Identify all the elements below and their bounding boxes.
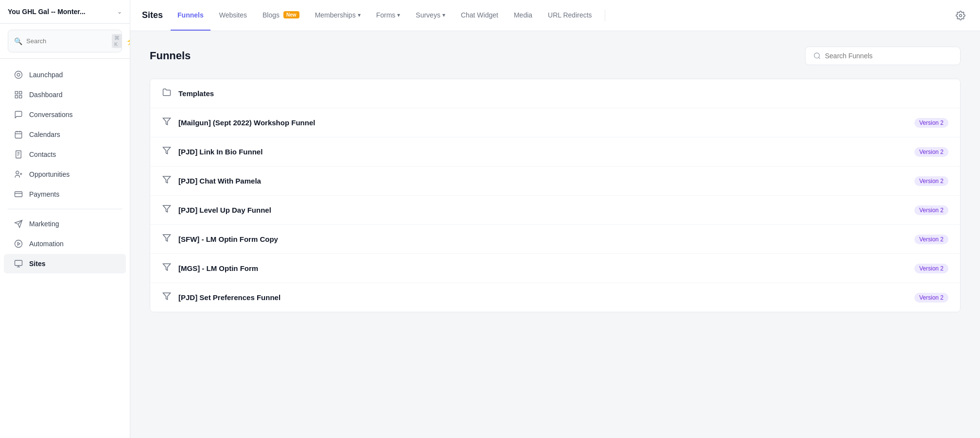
chevron-down-icon: ▾ <box>442 12 445 18</box>
sidebar-item-opportunities[interactable]: Opportunities <box>4 165 126 184</box>
chevron-down-icon: ▾ <box>397 12 400 18</box>
launchpad-icon <box>14 70 23 80</box>
tab-blogs-label: Blogs <box>262 11 280 19</box>
tab-memberships[interactable]: Memberships ▾ <box>308 0 368 31</box>
top-nav: Sites Funnels Websites Blogs New Members… <box>130 0 980 31</box>
version-badge: Version 2 <box>914 235 948 244</box>
sidebar-search-area: 🔍 ⌘ K ⚡ <box>0 24 130 59</box>
funnel-icon <box>162 146 172 157</box>
tab-forms[interactable]: Forms ▾ <box>369 0 407 31</box>
sidebar-item-calendars[interactable]: Calendars <box>4 125 126 144</box>
funnel-item-mgs-lm-optin[interactable]: [MGS] - LM Optin Form Version 2 <box>150 254 960 283</box>
tab-memberships-label: Memberships <box>315 11 356 19</box>
content-header: Funnels <box>150 47 961 65</box>
tab-forms-label: Forms <box>376 11 396 19</box>
sidebar-item-label: Calendars <box>29 131 60 138</box>
lightning-icon: ⚡ <box>126 36 130 46</box>
sidebar-item-payments[interactable]: Payments <box>4 185 126 204</box>
sidebar-item-label: Automation <box>29 240 64 248</box>
funnel-item-name: [PJD] Set Preferences Funnel <box>178 293 909 302</box>
funnel-item-templates[interactable]: Templates <box>150 79 960 108</box>
tab-url-redirects-label: URL Redirects <box>548 11 592 19</box>
main-content: Sites Funnels Websites Blogs New Members… <box>130 0 980 438</box>
sidebar-item-label: Sites <box>29 260 45 268</box>
funnel-item-name: Templates <box>178 89 948 98</box>
funnel-icon <box>162 204 172 216</box>
svg-marker-30 <box>163 176 171 183</box>
sidebar-item-label: Dashboard <box>29 91 63 99</box>
search-funnels-box[interactable] <box>805 47 961 65</box>
funnel-item-name: [MGS] - LM Optin Form <box>178 264 909 272</box>
funnel-icon <box>162 234 172 245</box>
tab-chat-widget[interactable]: Chat Widget <box>454 0 505 31</box>
new-badge: New <box>283 11 299 18</box>
svg-point-0 <box>15 71 22 79</box>
funnel-item-pjd-set-preferences[interactable]: [PJD] Set Preferences Funnel Version 2 <box>150 283 960 312</box>
sidebar-item-contacts[interactable]: Contacts <box>4 145 126 164</box>
search-box[interactable]: 🔍 ⌘ K ⚡ <box>8 30 122 52</box>
svg-marker-33 <box>163 264 171 270</box>
sidebar-item-launchpad[interactable]: Launchpad <box>4 65 126 84</box>
svg-line-27 <box>819 57 820 59</box>
brand-label: Sites <box>142 10 163 20</box>
sidebar-item-label: Payments <box>29 190 59 198</box>
funnel-item-name: [PJD] Link In Bio Funnel <box>178 148 909 156</box>
svg-rect-2 <box>19 91 22 94</box>
svg-rect-4 <box>19 96 22 98</box>
version-badge: Version 2 <box>914 176 948 186</box>
account-switcher[interactable]: You GHL Gal -- Monter... ⌄ <box>0 0 130 24</box>
sidebar-item-marketing[interactable]: Marketing <box>4 214 126 234</box>
nav-divider <box>8 209 122 209</box>
chevron-down-icon: ⌄ <box>117 8 122 15</box>
sidebar-nav: Launchpad Dashboard Conversations Calend… <box>0 59 130 438</box>
funnel-item-pjd-link-bio[interactable]: [PJD] Link In Bio Funnel Version 2 <box>150 137 960 167</box>
funnel-item-pjd-chat-pamela[interactable]: [PJD] Chat With Pamela Version 2 <box>150 167 960 196</box>
sidebar-item-label: Conversations <box>29 111 73 118</box>
payments-icon <box>14 189 23 199</box>
chevron-down-icon: ▾ <box>358 12 361 18</box>
funnel-item-mailgun[interactable]: [Mailgun] (Sept 2022) Workshop Funnel Ve… <box>150 108 960 137</box>
svg-marker-32 <box>163 235 171 241</box>
search-input[interactable] <box>26 37 108 45</box>
sidebar-item-label: Opportunities <box>29 170 70 178</box>
dashboard-icon <box>14 90 23 100</box>
sidebar-item-dashboard[interactable]: Dashboard <box>4 85 126 104</box>
sidebar-item-label: Launchpad <box>29 71 63 79</box>
tab-blogs[interactable]: Blogs New <box>256 0 306 31</box>
tab-surveys-label: Surveys <box>416 11 440 19</box>
tab-websites[interactable]: Websites <box>212 0 254 31</box>
funnel-item-pjd-level-up[interactable]: [PJD] Level Up Day Funnel Version 2 <box>150 196 960 225</box>
automation-icon <box>14 239 23 249</box>
content-area: Funnels Templates <box>130 31 980 438</box>
search-funnels-input[interactable] <box>825 52 952 60</box>
folder-icon <box>162 88 172 99</box>
version-badge: Version 2 <box>914 118 948 128</box>
sidebar-item-sites[interactable]: Sites <box>4 254 126 273</box>
funnel-item-name: [PJD] Level Up Day Funnel <box>178 206 909 214</box>
funnel-icon <box>162 263 172 274</box>
sidebar-item-conversations[interactable]: Conversations <box>4 105 126 124</box>
tab-media[interactable]: Media <box>507 0 539 31</box>
conversations-icon <box>14 110 23 119</box>
svg-point-13 <box>16 171 19 174</box>
svg-point-26 <box>814 53 820 58</box>
funnel-list: Templates [Mailgun] (Sept 2022) Workshop… <box>150 79 961 312</box>
tab-surveys[interactable]: Surveys ▾ <box>409 0 452 31</box>
tab-url-redirects[interactable]: URL Redirects <box>541 0 599 31</box>
funnel-item-sfw-lm-optin-copy[interactable]: [SFW] - LM Optin Form Copy Version 2 <box>150 225 960 254</box>
funnel-icon <box>162 117 172 128</box>
svg-rect-3 <box>15 96 18 98</box>
sidebar-item-label: Marketing <box>29 220 59 228</box>
settings-gear-button[interactable] <box>953 8 968 23</box>
tab-funnels-label: Funnels <box>177 11 204 19</box>
svg-rect-9 <box>16 151 21 158</box>
sidebar-item-automation[interactable]: Automation <box>4 234 126 253</box>
tab-funnels[interactable]: Funnels <box>171 0 210 31</box>
sites-icon <box>14 259 23 269</box>
nav-separator <box>605 10 605 21</box>
svg-rect-16 <box>15 192 22 197</box>
svg-marker-34 <box>163 293 171 300</box>
funnel-item-name: [SFW] - LM Optin Form Copy <box>178 235 909 243</box>
page-title: Funnels <box>150 50 191 62</box>
svg-marker-31 <box>163 205 171 212</box>
